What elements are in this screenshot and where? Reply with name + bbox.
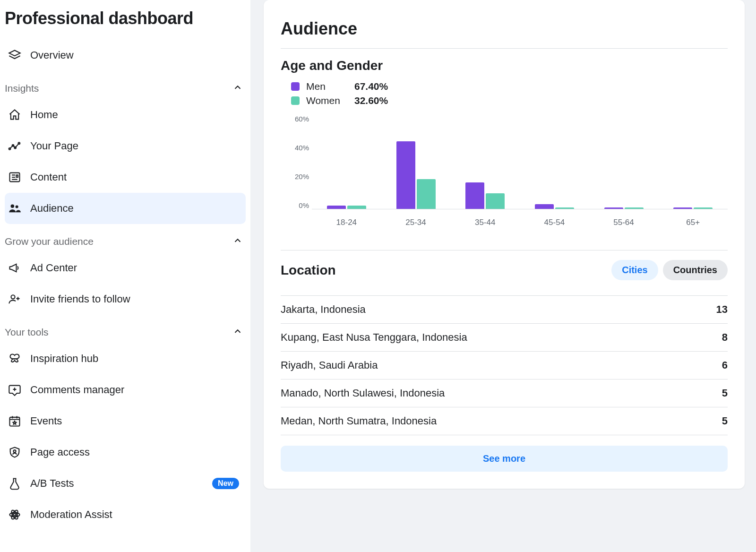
tab-cities[interactable]: Cities <box>611 260 658 280</box>
bar-women <box>625 207 644 209</box>
sidebar: Professional dashboard Overview Insights… <box>0 0 250 552</box>
bar-group <box>589 115 659 209</box>
section-title: Insights <box>5 83 39 94</box>
svg-point-5 <box>11 205 14 208</box>
sidebar-item-label: Events <box>30 415 243 427</box>
sidebar-item-events[interactable]: Events <box>5 405 246 437</box>
legend-men: Men 67.40% <box>291 81 728 92</box>
swatch-men <box>291 82 300 91</box>
sidebar-item-your-page[interactable]: Your Page <box>5 130 246 162</box>
megaphone-icon <box>8 261 22 275</box>
chevron-up-icon <box>232 82 243 95</box>
sidebar-item-label: Inspiration hub <box>30 353 243 365</box>
x-tick: 18-24 <box>312 218 381 227</box>
sidebar-item-label: Invite friends to follow <box>30 293 243 305</box>
x-tick: 45-54 <box>520 218 589 227</box>
legend-value: 32.60% <box>354 95 388 106</box>
sidebar-item-home[interactable]: Home <box>5 99 246 130</box>
shield-user-icon <box>8 445 22 459</box>
location-row: Jakarta, Indonesia13 <box>281 295 728 324</box>
sidebar-item-overview[interactable]: Overview <box>5 40 246 71</box>
butterfly-icon <box>8 352 22 366</box>
location-count: 13 <box>716 303 728 316</box>
bar-men <box>535 204 554 209</box>
x-tick: 25-34 <box>381 218 451 227</box>
bar-group <box>312 115 381 209</box>
swatch-women <box>291 96 300 105</box>
bar-women <box>417 179 436 209</box>
sidebar-item-page-access[interactable]: Page access <box>5 437 246 468</box>
bar-men <box>465 182 484 209</box>
new-badge: New <box>212 478 239 489</box>
sidebar-item-ad-center[interactable]: Ad Center <box>5 252 246 284</box>
sidebar-item-inspiration-hub[interactable]: Inspiration hub <box>5 343 246 374</box>
location-tabs: Cities Countries <box>611 260 728 280</box>
sidebar-item-label: Overview <box>30 49 243 61</box>
tab-countries[interactable]: Countries <box>663 260 728 280</box>
bar-men <box>327 206 346 209</box>
bar-men <box>673 207 692 209</box>
sidebar-item-label: Comments manager <box>30 384 243 396</box>
chart-legend: Men 67.40% Women 32.60% <box>291 81 728 106</box>
location-row: Medan, North Sumatra, Indonesia5 <box>281 407 728 435</box>
location-place: Medan, North Sumatra, Indonesia <box>281 415 437 427</box>
y-tick: 0% <box>299 201 309 209</box>
bar-men <box>396 141 415 209</box>
calendar-star-icon <box>8 414 22 428</box>
y-tick: 60% <box>295 115 309 123</box>
sidebar-item-audience[interactable]: Audience <box>5 193 246 224</box>
sidebar-item-moderation-assist[interactable]: Moderation Assist <box>5 499 246 530</box>
svg-point-6 <box>16 205 18 208</box>
sidebar-item-ab-tests[interactable]: A/B Tests New <box>5 468 246 499</box>
legend-label: Women <box>306 95 348 106</box>
atom-icon <box>8 508 22 522</box>
see-more-button[interactable]: See more <box>281 446 728 472</box>
section-title: Grow your audience <box>5 236 94 247</box>
location-count: 6 <box>722 359 728 371</box>
layers-icon <box>8 48 22 62</box>
location-row: Manado, North Sulawesi, Indonesia5 <box>281 380 728 407</box>
sidebar-item-label: Moderation Assist <box>30 509 243 521</box>
dashboard-title: Professional dashboard <box>5 0 246 40</box>
sidebar-item-comments-manager[interactable]: Comments manager <box>5 374 246 405</box>
chevron-up-icon <box>232 326 243 338</box>
svg-point-10 <box>14 514 16 516</box>
section-title: Your tools <box>5 327 49 338</box>
sidebar-item-invite[interactable]: Invite friends to follow <box>5 284 246 315</box>
section-header-grow[interactable]: Grow your audience <box>5 224 246 252</box>
section-header-insights[interactable]: Insights <box>5 71 246 99</box>
user-plus-icon <box>8 292 22 306</box>
chart-plot-area <box>312 115 728 209</box>
section-header-tools[interactable]: Your tools <box>5 315 246 343</box>
page-title: Audience <box>281 19 728 39</box>
trend-icon <box>8 139 22 153</box>
y-tick: 20% <box>295 172 309 181</box>
flask-icon <box>8 476 22 491</box>
comment-plus-icon <box>8 383 22 397</box>
bar-women <box>486 193 505 209</box>
legend-women: Women 32.60% <box>291 95 728 106</box>
chevron-up-icon <box>232 235 243 248</box>
bar-women <box>347 206 366 209</box>
sidebar-item-label: Home <box>30 109 243 121</box>
location-row: Kupang, East Nusa Tenggara, Indonesia8 <box>281 324 728 352</box>
location-list: Jakarta, Indonesia13Kupang, East Nusa Te… <box>281 295 728 435</box>
x-tick: 55-64 <box>589 218 659 227</box>
people-icon <box>8 201 22 216</box>
sidebar-item-content[interactable]: Content <box>5 162 246 193</box>
divider <box>281 250 728 250</box>
svg-point-7 <box>11 295 15 299</box>
sidebar-item-label: Content <box>30 171 243 183</box>
location-count: 8 <box>722 331 728 344</box>
location-place: Kupang, East Nusa Tenggara, Indonesia <box>281 331 467 344</box>
sidebar-item-label: Ad Center <box>30 262 243 274</box>
legend-label: Men <box>306 81 348 92</box>
sidebar-item-label: Your Page <box>30 140 243 152</box>
bar-women <box>555 207 574 209</box>
svg-point-3 <box>18 142 20 144</box>
location-place: Riyadh, Saudi Arabia <box>281 359 378 371</box>
audience-card: Audience Age and Gender Men 67.40% Women… <box>264 0 745 489</box>
x-tick: 35-44 <box>450 218 520 227</box>
bar-group <box>658 115 728 209</box>
chart-y-axis: 60%40%20%0% <box>281 115 309 209</box>
